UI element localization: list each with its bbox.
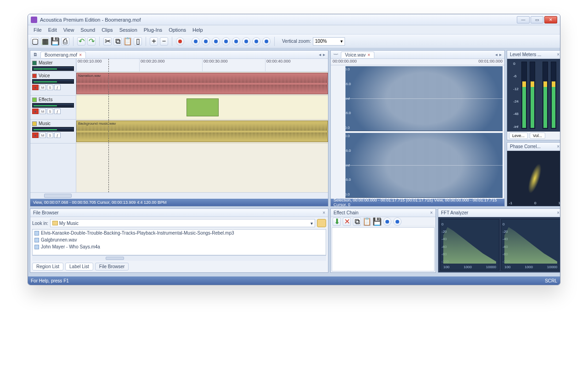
session-tab[interactable]: Boomerang.mof× [40,52,86,58]
track-lane-music[interactable]: Background music.wav [76,120,328,144]
waveform-channel-left[interactable]: 0.0-6.0-inf-6.00.0 [345,66,503,131]
rewind-button[interactable] [202,37,210,46]
undo-button[interactable]: ↶ [77,37,85,46]
tab-prev-button[interactable]: ◂ [495,52,498,57]
minimize-button[interactable]: — [517,16,530,23]
wave-time-ruler[interactable]: 00:00:00.000 00:01:00.000 [331,59,504,65]
panel-close-button[interactable]: × [557,144,560,149]
track-head[interactable]: Music●MSƒ [30,120,76,144]
save-as-button[interactable]: ⎙ [61,37,69,46]
rewind-start-button[interactable] [192,37,200,46]
arm-record-button[interactable]: ● [32,109,39,114]
chain-next-button[interactable] [393,218,401,226]
mute-button[interactable]: M [40,132,46,138]
track-head-master[interactable]: Master [30,59,76,72]
forward-end-button[interactable] [262,37,271,46]
wave-tab[interactable]: Voice.wav× [341,52,374,58]
tab-next-button[interactable]: ▸ [323,52,325,57]
add-effect-button[interactable]: ⬇ [333,218,341,226]
volume-slider[interactable] [32,127,74,132]
vertical-zoom-combo[interactable]: 100%▾ [313,37,345,46]
file-item[interactable]: Elvis-Karaoke-Double-Trouble-Backing-Tra… [33,230,326,236]
file-list-scrollbar[interactable] [32,255,326,261]
select-tool-button[interactable]: ▯ [134,37,142,46]
file-item[interactable]: Galgbrunnen.wav [33,236,326,243]
menu-plug-ins[interactable]: Plug-Ins [141,26,165,34]
solo-button[interactable]: S [47,109,53,114]
zoom-in-button[interactable]: ＋ [150,37,158,46]
time-ruler[interactable]: 00:00:10.00000:00:20.00000:00:30.00000:0… [76,59,328,72]
titlebar[interactable]: Acoustica Premium Edition - Boomerang.mo… [28,14,560,25]
audio-clip[interactable]: Narration.wav [76,73,328,94]
menu-view[interactable]: View [61,26,77,34]
effect-chain-list[interactable] [332,227,435,271]
panel-close-button[interactable]: × [322,210,325,215]
record-button[interactable] [176,37,184,46]
redo-button[interactable]: ↷ [87,37,96,46]
up-folder-button[interactable] [317,219,326,227]
fx-button[interactable]: ƒ [54,132,61,138]
mute-button[interactable]: M [40,85,46,90]
playhead[interactable] [108,59,109,192]
forward-button[interactable] [252,37,260,46]
save-button[interactable]: 💾 [51,37,59,46]
solo-button[interactable]: S [47,85,53,90]
folder-combo[interactable]: My Music▾ [50,219,315,227]
panel-close-button[interactable]: × [430,210,433,215]
cut-button[interactable]: ✂ [103,37,112,46]
arm-record-button[interactable]: ● [32,85,39,90]
fx-button[interactable]: ƒ [54,85,61,90]
track-area[interactable]: 00:00:10.00000:00:20.00000:00:30.00000:0… [76,59,328,192]
new-button[interactable]: ▢ [31,37,39,46]
remove-effect-button[interactable]: ✕ [343,218,351,226]
open-button[interactable]: ▦ [41,37,49,46]
menu-file[interactable]: File [31,26,45,34]
menu-sound[interactable]: Sound [78,26,98,34]
volume-slider[interactable] [32,66,74,71]
track-lane-effects[interactable] [76,96,328,120]
file-item[interactable]: John Mayer - Who Says.m4a [33,243,326,250]
horizontal-scrollbar[interactable] [30,192,328,199]
menu-clips[interactable]: Clips [99,26,115,34]
audio-clip[interactable] [187,98,219,116]
scrollbar-thumb[interactable] [44,194,72,198]
track-head[interactable]: Effects●MSƒ [30,96,76,120]
tab-prev-button[interactable]: ◂ [319,52,321,57]
meter-tab[interactable]: Leve... [509,132,528,139]
volume-slider[interactable] [32,79,74,84]
stop-button[interactable] [212,37,220,46]
track-lane-voice[interactable]: Narration.wav [76,72,328,96]
file-list[interactable]: Elvis-Karaoke-Double-Trouble-Backing-Tra… [32,229,326,255]
paste-chain-button[interactable]: 📋 [363,218,371,226]
chain-prev-button[interactable] [383,218,391,226]
browser-tab[interactable]: Label List [65,263,93,270]
panel-close-button[interactable]: × [557,210,560,215]
volume-slider[interactable] [32,103,74,108]
menu-edit[interactable]: Edit [45,26,60,34]
save-chain-button[interactable]: 💾 [373,218,381,226]
arm-record-button[interactable]: ● [32,132,39,138]
pause-button[interactable] [232,37,240,46]
loop-button[interactable] [242,37,250,46]
mute-button[interactable]: M [40,109,46,114]
panel-close-button[interactable]: × [557,52,560,57]
zoom-out-button[interactable]: － [160,37,168,46]
copy-chain-button[interactable]: ⧉ [353,218,361,226]
audio-clip[interactable]: Background music.wav [76,121,328,142]
scrollbar-thumb[interactable] [106,257,124,260]
close-button[interactable]: ✕ [544,16,557,23]
play-button[interactable] [222,37,230,46]
track-head[interactable]: Voice●MSƒ [30,72,76,96]
copy-button[interactable]: ⧉ [113,37,122,46]
meter-tab[interactable]: Vol... [530,132,545,139]
solo-button[interactable]: S [47,132,53,138]
maximize-button[interactable]: ▭ [531,16,543,23]
browser-tab[interactable]: File Browser [95,263,129,270]
waveform-channel-right[interactable]: 0.0-6.0-inf-6.00.0 [345,133,503,198]
menu-options[interactable]: Options [166,26,189,34]
close-icon[interactable]: × [368,52,370,58]
fx-button[interactable]: ƒ [54,109,61,114]
menu-session[interactable]: Session [117,26,140,34]
menu-help[interactable]: Help [190,26,206,34]
close-icon[interactable]: × [79,52,82,58]
